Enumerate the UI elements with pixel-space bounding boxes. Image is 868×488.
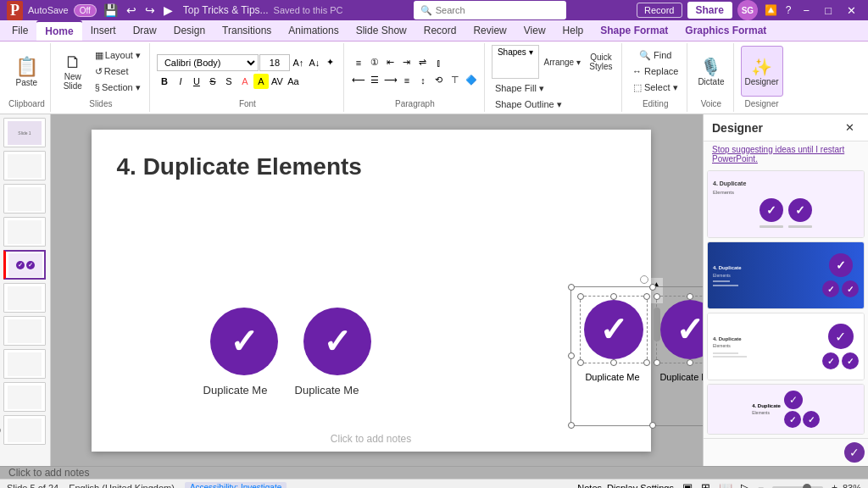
line-spacing-button[interactable]: ↕ xyxy=(415,73,431,88)
align-center-button[interactable]: ☰ xyxy=(367,73,382,88)
share-button[interactable]: Share xyxy=(687,2,732,19)
scroll-thumb[interactable] xyxy=(654,308,660,341)
tab-help[interactable]: Help xyxy=(554,21,593,40)
sel2-bl[interactable] xyxy=(654,359,660,366)
design-card-3[interactable]: 4. Duplicate Elements ✓ ✓ ✓ xyxy=(707,313,865,380)
align-left-button[interactable]: ⟵ xyxy=(351,73,366,88)
tab-home[interactable]: Home xyxy=(36,20,81,41)
arrange-button[interactable]: Arrange ▾ xyxy=(541,45,584,79)
italic-button[interactable]: I xyxy=(173,74,188,89)
font-name-select[interactable]: Calibri (Body) xyxy=(157,54,259,71)
designer-accept-button[interactable]: ✓ xyxy=(844,442,865,463)
decrease-font-button[interactable]: A↓ xyxy=(307,55,322,70)
ribbon-collapse-button[interactable]: 🔼 xyxy=(763,3,779,18)
tab-shape-format[interactable]: Shape Format xyxy=(592,21,676,40)
handle-ml[interactable] xyxy=(568,352,575,359)
tab-review[interactable]: Review xyxy=(465,21,515,40)
notes-area[interactable]: Click to add notes xyxy=(0,466,868,479)
rotate-handle-tl[interactable] xyxy=(640,275,648,284)
align-right-button[interactable]: ⟶ xyxy=(383,73,398,88)
accessibility-button[interactable]: Accessibility: Investigate xyxy=(185,482,287,488)
paste-button[interactable]: 📋 Paste xyxy=(11,46,42,97)
search-box[interactable]: 🔍 xyxy=(414,1,566,19)
notes-toggle-button[interactable]: Notes xyxy=(577,483,602,489)
check-circle-2[interactable] xyxy=(303,308,371,375)
design-card-4[interactable]: 4. Duplicate Elements ✓ ✓ ✓ xyxy=(707,384,865,435)
text-direction-button[interactable]: ⟲ xyxy=(431,73,447,88)
bullet-button[interactable]: ≡ xyxy=(351,55,366,70)
numbering-button[interactable]: ① xyxy=(367,55,382,70)
increase-font-button[interactable]: A↑ xyxy=(291,55,306,70)
font-size-input[interactable] xyxy=(259,54,290,71)
quick-styles-button[interactable]: QuickStyles xyxy=(586,45,616,79)
columns-button[interactable]: ⫿ xyxy=(431,55,447,70)
designer-hint-text[interactable]: Stop suggesting ideas until I restart Po… xyxy=(704,141,868,167)
designer-close-button[interactable]: ✕ xyxy=(840,119,860,136)
normal-view-button[interactable]: ▣ xyxy=(679,480,696,488)
selected-item-1[interactable] xyxy=(580,296,648,363)
language-info[interactable]: English (United Kingdom) xyxy=(69,483,175,489)
maximize-button[interactable]: □ xyxy=(820,3,837,19)
display-settings-button[interactable]: Display Settings xyxy=(607,483,674,489)
shadow-button[interactable]: S xyxy=(221,74,236,89)
help-button[interactable]: ? xyxy=(784,3,793,18)
slideshow-view-button[interactable]: ▷ xyxy=(737,480,753,488)
new-slide-button[interactable]: 🗋 NewSlide xyxy=(58,46,88,97)
notes-placeholder[interactable]: Click to add notes xyxy=(331,433,411,445)
sel2-bm[interactable] xyxy=(687,359,693,366)
convert-smartart-button[interactable]: 🔷 xyxy=(464,73,479,88)
zoom-level[interactable]: 83% xyxy=(843,483,861,489)
tab-view[interactable]: View xyxy=(515,21,554,40)
dictate-button[interactable]: 🎙️ Dictate xyxy=(694,46,727,97)
slide-thumb-8[interactable]: 8 xyxy=(3,349,46,379)
strikethrough-button[interactable]: S xyxy=(205,74,220,89)
slide-thumb-2[interactable]: 2 xyxy=(3,151,46,180)
sel1-tr[interactable] xyxy=(643,293,650,300)
replace-button[interactable]: ↔ Replace xyxy=(629,64,682,79)
underline-button[interactable]: U xyxy=(189,74,204,89)
tab-draw[interactable]: Draw xyxy=(125,21,165,40)
section-button[interactable]: § Section ▾ xyxy=(92,80,144,95)
align-text-button[interactable]: ⊤ xyxy=(448,73,463,88)
sel2-tm[interactable] xyxy=(687,293,693,300)
slide-canvas[interactable]: 4. Duplicate Elements Duplicate Me Dupli… xyxy=(92,130,651,452)
handle-tm[interactable] xyxy=(649,284,656,291)
tab-graphics-format[interactable]: Graphics Format xyxy=(676,21,775,40)
handle-bl[interactable] xyxy=(568,422,575,429)
find-button[interactable]: 🔍 Find xyxy=(636,47,675,63)
undo-button[interactable]: ↩ xyxy=(125,2,138,19)
highlight-button[interactable]: A xyxy=(253,74,269,89)
sel1-bm[interactable] xyxy=(610,359,617,366)
redo-button[interactable]: ↪ xyxy=(143,2,157,19)
design-card-1[interactable]: 4. Duplicate Elements ✓ ✓ xyxy=(707,170,865,238)
present-button[interactable]: ▶ xyxy=(162,2,175,19)
shape-outline-button[interactable]: Shape Outline ▾ xyxy=(492,97,565,112)
slide-thumb-9[interactable]: 9 xyxy=(3,382,46,412)
sel1-tl[interactable] xyxy=(577,293,584,300)
close-button[interactable]: ✕ xyxy=(842,3,861,19)
sel1-tm[interactable] xyxy=(610,293,617,300)
case-button[interactable]: Aa xyxy=(286,74,301,89)
indent-increase-button[interactable]: ⇥ xyxy=(399,55,415,70)
rtl-button[interactable]: ⇌ xyxy=(415,55,431,70)
slide-thumb-6[interactable]: 6 xyxy=(3,283,46,313)
sel1-br[interactable] xyxy=(643,359,650,366)
indent-decrease-button[interactable]: ⇤ xyxy=(383,55,398,70)
slide-thumb-1[interactable]: 1 Slide 1 xyxy=(3,118,46,147)
reset-button[interactable]: ↺ Reset xyxy=(92,64,144,79)
sel1-bl[interactable] xyxy=(577,359,584,366)
minimize-button[interactable]: − xyxy=(798,3,815,19)
slide-thumb-10[interactable]: 10 xyxy=(3,415,46,445)
tab-slideshow[interactable]: Slide Show xyxy=(348,21,415,40)
handle-bm[interactable] xyxy=(649,422,656,429)
layout-button[interactable]: ▦ Layout ▾ xyxy=(92,47,144,63)
bold-button[interactable]: B xyxy=(157,74,172,89)
tab-record[interactable]: Record xyxy=(415,21,465,40)
slide-thumb-5[interactable]: 5 ✓ ✓ xyxy=(3,250,46,280)
tab-insert[interactable]: Insert xyxy=(82,21,125,40)
select-button[interactable]: ⬚ Select ▾ xyxy=(630,80,682,95)
design-card-2[interactable]: 4. Duplicate Elements ✓ ✓ ✓ xyxy=(707,241,865,309)
save-button[interactable]: 💾 xyxy=(102,2,120,19)
tab-design[interactable]: Design xyxy=(165,21,214,40)
search-input[interactable] xyxy=(436,5,554,15)
